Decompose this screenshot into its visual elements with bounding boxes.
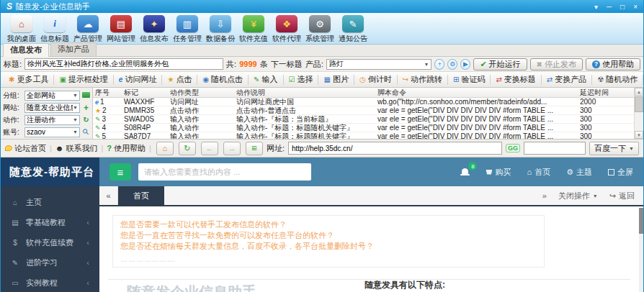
toolbar-item-publish[interactable]: ✦信息发布 xyxy=(138,15,171,44)
table-row[interactable]: e1 WAXXHF 访问网址 访问网址商虎中国 wb.go("http://cn… xyxy=(93,98,643,106)
menu-icon[interactable]: ▾ xyxy=(594,3,598,11)
sidebar-item-advanced[interactable]: ✎进阶学习‹ xyxy=(1,252,99,273)
product-settings-button[interactable]: ⚙ xyxy=(447,59,457,70)
product-heading: 随意发企业信息助手 xyxy=(127,283,256,292)
minimize-icon[interactable]: ─ xyxy=(607,3,612,11)
random-click-button[interactable]: ◉随机点击 xyxy=(197,75,249,85)
page-scrollbar[interactable] xyxy=(639,208,643,292)
menu-item-theme[interactable]: ⚙主题 xyxy=(566,167,592,178)
site-tab-home[interactable]: 首页 xyxy=(118,186,164,205)
stop-button[interactable]: ✖停止发布 xyxy=(530,58,583,70)
table-row[interactable]: ★2 DMMR35 点击动作 点击动作-普通点击 var ele = getEl… xyxy=(93,106,643,115)
more-tools-button[interactable]: ✱更多工具 xyxy=(4,75,54,85)
action-select[interactable]: 注册动作▼ xyxy=(24,115,80,125)
return-button[interactable]: ↪返回 xyxy=(609,191,635,201)
title-input[interactable] xyxy=(24,58,223,70)
countdown-button[interactable]: ◷倒计时 xyxy=(354,75,398,85)
random-action-button[interactable]: ☢随机动作 xyxy=(592,75,643,85)
sidebar-item-examples[interactable]: ▭实例教程‹ xyxy=(1,273,99,292)
url-input[interactable] xyxy=(288,142,502,155)
scroll-up-icon[interactable]: ▲ xyxy=(635,88,643,96)
search-icon[interactable]: ⚲ xyxy=(81,127,91,137)
scroll-down-icon[interactable]: ▼ xyxy=(635,131,643,139)
product-select[interactable]: 路灯▼ xyxy=(326,59,432,70)
menu-item-home[interactable]: ⌂首页 xyxy=(527,167,550,178)
help-link[interactable]: ?使用帮助 xyxy=(107,143,146,154)
run-button[interactable]: ✔开始运行 xyxy=(473,58,527,70)
visit-url-button[interactable]: e访问网址 xyxy=(114,75,163,85)
pencil-icon: ✎ xyxy=(11,259,19,267)
url-label: 网址: xyxy=(267,143,285,154)
select-button[interactable]: ☑选择 xyxy=(284,75,319,85)
restore-icon[interactable]: □ xyxy=(620,3,625,11)
home-icon: ⌂ xyxy=(527,168,532,176)
site-select[interactable]: 随意发企业信息助手▼ xyxy=(24,103,80,113)
sidebar-item-home[interactable]: ⌂主页 xyxy=(1,192,99,212)
expand-icon: ⊞ xyxy=(251,145,257,152)
tabs-scroll-left-icon[interactable]: « xyxy=(99,186,118,205)
refresh-icon[interactable]: ↻ xyxy=(81,116,91,124)
image-button[interactable]: ▦图片 xyxy=(318,75,354,85)
toolbar-item-notice[interactable]: ✎通知公告 xyxy=(336,15,370,44)
forward-button[interactable]: → xyxy=(223,142,241,155)
add-icon[interactable]: + xyxy=(81,103,91,113)
table-row[interactable]: ✎3 SWAD0S 输入动作 输入动作-『标题：当前标题』 var ele = … xyxy=(93,115,643,124)
tab-add-product[interactable]: 添加产品 xyxy=(50,42,97,56)
toolbar-item-site-mgmt[interactable]: ▤网站管理 xyxy=(104,15,138,44)
home-button[interactable]: ⌂ xyxy=(156,142,174,155)
product-go-button[interactable]: ▶ xyxy=(460,59,470,70)
site-top-menu: 8 购买 ⌂首页 ⚙主题 全屏 xyxy=(461,167,633,178)
toolbar-item-info-title[interactable]: i信息标题 xyxy=(38,15,71,44)
click-button[interactable]: ★点击 xyxy=(162,75,197,85)
help-button[interactable]: ?使用帮助 xyxy=(586,58,640,70)
sidebar-item-basics[interactable]: ▤零基础教程‹ xyxy=(1,212,99,232)
expand-button[interactable]: ⊞ xyxy=(246,142,263,155)
swap-product-button[interactable]: ⇄变换产品 xyxy=(542,75,592,85)
swap-icon: ⇄ xyxy=(547,76,553,83)
group-select[interactable]: 全部网站▼ xyxy=(24,91,80,101)
refresh-button[interactable]: ↻ xyxy=(179,142,196,155)
menu-item-fullscreen[interactable]: 全屏 xyxy=(608,167,633,178)
scroll-thumb[interactable] xyxy=(635,96,643,112)
input-button[interactable]: ✎输入 xyxy=(249,75,283,85)
app-window: S 随意发-企业信息助手 ▾ ─ □ × ⌂我的桌面 i信息标题 ☁产品管理 ▤… xyxy=(0,0,644,292)
contact-us-link[interactable]: ☻联系我们 xyxy=(55,143,98,154)
table-row[interactable]: ✎4 S08R4P 输入动作 输入动作-『标题：标题随机关键字』 var ele… xyxy=(93,124,643,132)
tabs-scroll-right-icon[interactable]: » xyxy=(542,191,547,200)
back-button[interactable]: ← xyxy=(201,142,218,155)
prompt-handler-button[interactable]: ▣提示框处理 xyxy=(54,75,113,85)
close-icon[interactable]: × xyxy=(633,3,638,11)
hamburger-menu-icon[interactable]: ≡ xyxy=(109,163,131,181)
toolbar-item-agent[interactable]: ❖软件代理 xyxy=(270,15,303,44)
menu-item-buy[interactable]: 购买 xyxy=(486,167,511,178)
site-search-input[interactable] xyxy=(138,163,311,181)
forum-home-link[interactable]: 论坛首页 xyxy=(5,143,46,154)
site-brand[interactable]: 随意发-帮助平台 xyxy=(1,158,99,186)
toolbar-item-system[interactable]: ⚙系统管理 xyxy=(303,15,336,44)
action-jump-button[interactable]: ↪动作跳转 xyxy=(398,75,448,85)
sidebar-item-recharge[interactable]: $软件充值续费‹ xyxy=(1,232,99,252)
toolbar-item-product-mgmt[interactable]: ☁产品管理 xyxy=(71,15,104,44)
captcha-button[interactable]: ⊞验证码 xyxy=(448,75,491,85)
table-row[interactable]: ✎5 SA87D7 输入动作 输入动作-『标题：标题随机关键字』 var ele… xyxy=(93,132,643,139)
account-select[interactable]: szaov▼ xyxy=(24,127,80,137)
star-icon: ★ xyxy=(167,76,174,83)
close-operations-button[interactable]: 关闭操作▼ xyxy=(558,191,598,201)
toolbar-item-recharge[interactable]: ¥软件充值 xyxy=(237,15,270,44)
dollar-icon: $ xyxy=(11,239,19,247)
notifications-bell-icon[interactable]: 8 xyxy=(461,168,470,176)
site-topbar: ≡ 8 购买 ⌂首页 ⚙主题 全屏 xyxy=(99,158,643,186)
table-scrollbar[interactable]: ▲ ▼ xyxy=(634,88,643,139)
toolbar-item-desktop[interactable]: ⌂我的桌面 xyxy=(5,15,38,44)
folder-icon[interactable] xyxy=(81,91,91,99)
scroll-thumb[interactable] xyxy=(639,208,643,234)
wand-icon: ✦ xyxy=(143,15,165,32)
home-icon: ⌂ xyxy=(11,199,19,206)
toolbar-item-task-mgmt[interactable]: ▥任务管理 xyxy=(171,15,204,44)
swap-title-button[interactable]: ⇄变换标题 xyxy=(491,75,541,85)
add-product-button[interactable]: + xyxy=(434,59,444,70)
tab-publish[interactable]: 信息发布 xyxy=(3,43,49,57)
toolbar-item-backup[interactable]: ⇩数据备份 xyxy=(204,15,237,44)
baidu-search-input[interactable] xyxy=(524,142,586,155)
baidu-search-button[interactable]: 百度一下▼ xyxy=(589,142,639,155)
